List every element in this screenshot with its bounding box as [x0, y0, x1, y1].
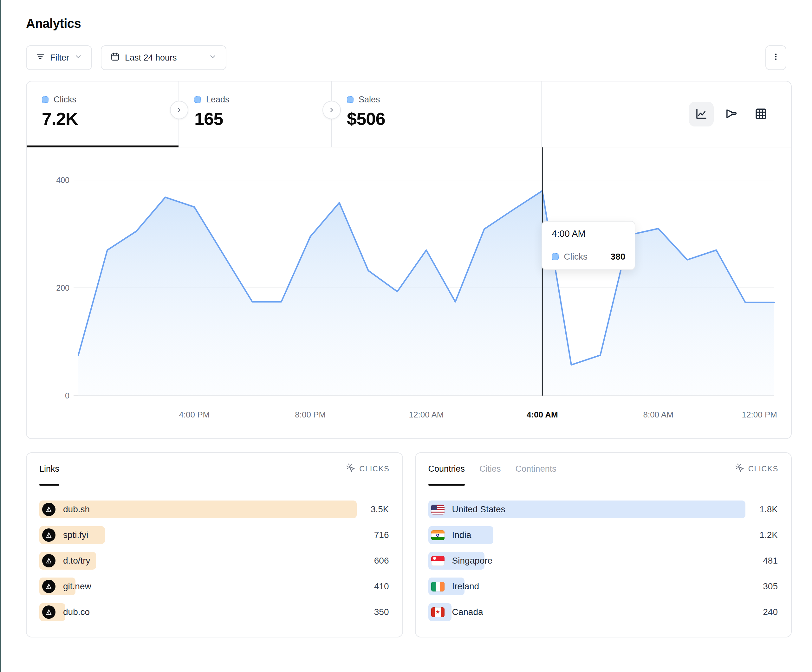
- tooltip-series-label: Clicks: [564, 252, 587, 262]
- list-item[interactable]: Ireland305: [428, 578, 779, 595]
- chart-area-fill: [78, 191, 774, 396]
- dub-logo-icon: [42, 554, 55, 567]
- list-item[interactable]: United States1.8K: [428, 500, 779, 518]
- chart-tooltip: 4:00 AM Clicks 380: [542, 221, 635, 270]
- countries-panel-header: Countries Cities Continents CLICKS: [416, 453, 792, 485]
- sales-legend-square: [347, 96, 353, 103]
- row-value: 410: [374, 582, 390, 592]
- tooltip-value: 380: [611, 252, 626, 262]
- row-label: dub.sh: [63, 504, 90, 515]
- y-axis-tick: 400: [41, 176, 70, 185]
- tab-sales-value: $506: [347, 108, 541, 129]
- tab-sales-label: Sales: [358, 95, 380, 105]
- row-label: Canada: [452, 607, 483, 617]
- row-label: United States: [452, 504, 505, 515]
- clicks-time-series-chart[interactable]: 0200400 4:00 PM8:00 PM12:00 AM4:00 AM8:0…: [27, 147, 791, 438]
- expand-leads-sales-button[interactable]: [322, 101, 341, 119]
- countries-metric-label: CLICKS: [748, 464, 778, 473]
- filter-button[interactable]: Filter: [26, 45, 92, 70]
- tab-links-label: Links: [39, 464, 59, 474]
- dub-logo-icon: [42, 503, 55, 516]
- us-flag-icon: [431, 505, 445, 515]
- filter-icon: [36, 52, 45, 64]
- clicks-legend-square: [42, 96, 48, 103]
- row-value: 3.5K: [371, 504, 390, 515]
- ie-flag-icon: [431, 582, 445, 592]
- table-view-button[interactable]: [749, 102, 773, 126]
- funnel-chart-icon: [725, 107, 738, 121]
- x-axis-tick: 12:00 PM: [742, 410, 777, 420]
- row-value: 716: [374, 530, 390, 540]
- row-label: dub.co: [63, 607, 90, 617]
- row-value: 350: [374, 607, 390, 617]
- x-axis-tick: 4:00 PM: [179, 410, 210, 420]
- tab-links[interactable]: Links: [39, 453, 59, 485]
- analytics-chart-card: Clicks 7.2K Leads 165 Sales $506: [26, 81, 792, 439]
- list-item[interactable]: ★Canada240: [428, 603, 779, 621]
- row-value: 1.8K: [759, 504, 778, 515]
- tab-cities-label: Cities: [479, 464, 501, 474]
- tab-leads-value: 165: [194, 108, 331, 129]
- leads-legend-square: [194, 96, 201, 103]
- tab-clicks[interactable]: Clicks 7.2K: [27, 82, 179, 147]
- tab-cities[interactable]: Cities: [479, 453, 501, 485]
- toolbar: Filter Last 24 hours: [26, 45, 792, 70]
- dub-logo-icon: [42, 529, 55, 542]
- funnel-view-button[interactable]: [719, 102, 744, 126]
- table-grid-icon: [754, 107, 768, 121]
- tab-continents[interactable]: Continents: [515, 453, 556, 485]
- list-item[interactable]: spti.fyi716: [39, 526, 390, 544]
- list-item[interactable]: India1.2K: [428, 526, 779, 544]
- tab-countries-label: Countries: [428, 464, 465, 474]
- page-title: Analytics: [26, 17, 792, 31]
- row-value: 305: [763, 582, 778, 592]
- x-axis-tick: 12:00 AM: [409, 410, 444, 420]
- links-metric-label: CLICKS: [359, 464, 389, 473]
- x-axis-tick: 4:00 AM: [527, 410, 558, 420]
- row-label: India: [452, 530, 471, 540]
- cursor-click-icon: [346, 463, 355, 474]
- list-item[interactable]: Singapore481: [428, 552, 779, 570]
- date-range-button[interactable]: Last 24 hours: [101, 45, 226, 70]
- tab-clicks-value: 7.2K: [42, 108, 179, 129]
- line-chart-view-button[interactable]: [689, 102, 714, 126]
- row-label: d.to/try: [63, 556, 90, 566]
- ca-flag-icon: ★: [431, 607, 445, 617]
- row-label: Singapore: [452, 556, 493, 566]
- row-value: 606: [374, 556, 390, 566]
- expand-clicks-leads-button[interactable]: [170, 101, 188, 119]
- list-item[interactable]: git.new410: [39, 578, 390, 595]
- analytics-page: Analytics Filter Last 24 hours: [26, 0, 792, 638]
- list-item[interactable]: dub.sh3.5K: [39, 500, 390, 518]
- list-item[interactable]: d.to/try606: [39, 552, 390, 570]
- chart-canvas: [27, 147, 792, 438]
- tab-leads[interactable]: Leads 165: [179, 82, 332, 147]
- y-axis-tick: 0: [41, 391, 70, 400]
- chevron-down-icon: [74, 53, 82, 63]
- tab-countries[interactable]: Countries: [428, 453, 465, 485]
- tooltip-time: 4:00 AM: [542, 222, 635, 246]
- stat-tabs: Clicks 7.2K Leads 165 Sales $506: [27, 82, 791, 147]
- links-panel: Links CLICKS dub.sh3.5Kspti.fyi716d.to/t…: [26, 452, 403, 638]
- filter-button-label: Filter: [50, 53, 69, 63]
- links-list: dub.sh3.5Kspti.fyi716d.to/try606git.new4…: [27, 485, 403, 621]
- more-options-button[interactable]: [765, 45, 786, 70]
- chevron-down-icon: [209, 53, 217, 63]
- kebab-menu-icon: [771, 52, 780, 63]
- links-metric-selector[interactable]: CLICKS: [346, 463, 389, 474]
- in-flag-icon: [431, 530, 445, 540]
- date-range-label: Last 24 hours: [125, 53, 177, 63]
- list-item[interactable]: dub.co350: [39, 603, 390, 621]
- countries-metric-selector[interactable]: CLICKS: [735, 463, 778, 474]
- tab-leads-label: Leads: [206, 95, 230, 105]
- countries-list: United States1.8KIndia1.2KSingapore481Ir…: [416, 485, 792, 621]
- cursor-click-icon: [735, 463, 744, 474]
- links-panel-header: Links CLICKS: [27, 453, 403, 485]
- x-axis-tick: 8:00 PM: [295, 410, 326, 420]
- line-chart-icon: [695, 107, 708, 121]
- tab-sales[interactable]: Sales $506: [332, 82, 542, 147]
- sg-flag-icon: [431, 556, 445, 566]
- row-label: Ireland: [452, 582, 479, 592]
- tab-clicks-label: Clicks: [54, 95, 77, 105]
- countries-panel: Countries Cities Continents CLICKS Unite…: [415, 452, 792, 638]
